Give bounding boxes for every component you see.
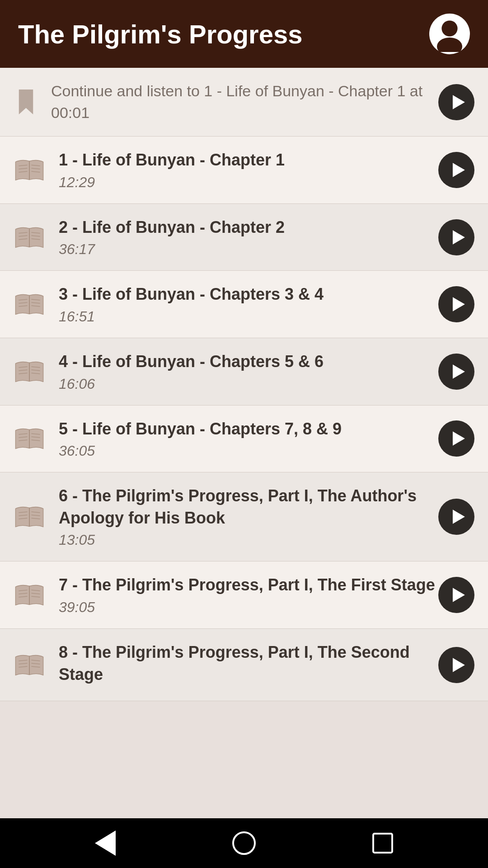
track-play-button[interactable] <box>438 286 474 322</box>
track-item: 4 - Life of Bunyan - Chapters 5 & 6 16:0… <box>0 338 488 406</box>
play-icon <box>449 586 466 604</box>
play-icon <box>449 161 466 179</box>
track-item: 2 - Life of Bunyan - Chapter 2 36:17 <box>0 204 488 271</box>
track-item: 3 - Life of Bunyan - Chapters 3 & 4 16:5… <box>0 271 488 338</box>
avatar-icon <box>432 16 468 52</box>
track-title: 7 - The Pilgrim's Progress, Part I, The … <box>59 574 438 596</box>
book-icon <box>14 503 45 530</box>
track-info: 4 - Life of Bunyan - Chapters 5 & 6 16:0… <box>59 351 438 392</box>
track-title: 5 - Life of Bunyan - Chapters 7, 8 & 9 <box>59 418 438 440</box>
track-duration: 16:51 <box>59 308 438 325</box>
track-info: 3 - Life of Bunyan - Chapters 3 & 4 16:5… <box>59 283 438 325</box>
track-title: 8 - The Pilgrim's Progress, Part I, The … <box>59 642 438 685</box>
track-duration: 16:06 <box>59 376 438 392</box>
nav-home-button[interactable] <box>228 827 260 859</box>
continue-play-button[interactable] <box>438 84 474 120</box>
book-icon <box>14 156 45 184</box>
track-title: 6 - The Pilgrim's Progress, Part I, The … <box>59 485 438 529</box>
track-play-button[interactable] <box>438 354 474 390</box>
track-play-button[interactable] <box>438 152 474 188</box>
book-icon <box>14 425 45 452</box>
track-info: 1 - Life of Bunyan - Chapter 1 12:29 <box>59 149 438 191</box>
recents-icon <box>372 833 393 854</box>
user-avatar[interactable] <box>429 14 470 54</box>
svg-marker-10 <box>452 163 465 177</box>
play-icon <box>449 363 466 380</box>
track-title: 2 - Life of Bunyan - Chapter 2 <box>59 217 438 239</box>
bottom-navigation <box>0 818 488 868</box>
svg-marker-58 <box>452 588 465 602</box>
track-item: 6 - The Pilgrim's Progress, Part I, The … <box>0 472 488 561</box>
continue-bar[interactable]: Continue and listen to 1 - Life of Bunya… <box>0 68 488 137</box>
book-icon <box>14 581 45 609</box>
svg-marker-26 <box>452 297 465 311</box>
svg-marker-34 <box>452 364 465 379</box>
home-icon <box>232 831 256 855</box>
track-play-button[interactable] <box>438 647 474 683</box>
play-icon <box>449 296 466 313</box>
continue-text: Continue and listen to 1 - Life of Bunya… <box>51 80 438 123</box>
app-title: The Pilgrim's Progress <box>18 19 302 49</box>
track-play-button[interactable] <box>438 499 474 535</box>
track-duration: 13:05 <box>59 532 438 548</box>
back-icon <box>95 830 116 856</box>
track-duration: 36:05 <box>59 443 438 459</box>
book-icon <box>14 291 45 318</box>
svg-marker-42 <box>452 432 465 446</box>
svg-marker-66 <box>452 658 465 672</box>
book-icon <box>14 224 45 251</box>
play-icon <box>449 94 466 111</box>
play-icon <box>449 229 466 246</box>
nav-recents-button[interactable] <box>367 827 399 859</box>
track-title: 3 - Life of Bunyan - Chapters 3 & 4 <box>59 283 438 306</box>
track-info: 8 - The Pilgrim's Progress, Part I, The … <box>59 642 438 688</box>
svg-marker-2 <box>452 95 465 109</box>
track-duration: 36:17 <box>59 241 438 258</box>
track-info: 7 - The Pilgrim's Progress, Part I, The … <box>59 574 438 616</box>
track-item: 1 - Life of Bunyan - Chapter 1 12:29 <box>0 137 488 204</box>
track-item: 7 - The Pilgrim's Progress, Part I, The … <box>0 561 488 629</box>
track-info: 6 - The Pilgrim's Progress, Part I, The … <box>59 485 438 548</box>
track-play-button[interactable] <box>438 420 474 457</box>
book-icon <box>14 651 45 679</box>
svg-marker-50 <box>452 509 465 524</box>
svg-marker-18 <box>452 230 465 245</box>
track-info: 2 - Life of Bunyan - Chapter 2 36:17 <box>59 217 438 258</box>
play-icon <box>449 656 466 674</box>
track-title: 1 - Life of Bunyan - Chapter 1 <box>59 149 438 171</box>
track-play-button[interactable] <box>438 577 474 613</box>
track-duration: 12:29 <box>59 174 438 191</box>
play-icon <box>449 430 466 447</box>
track-duration: 39:05 <box>59 599 438 616</box>
play-icon <box>449 508 466 525</box>
book-icon <box>14 358 45 385</box>
nav-back-button[interactable] <box>89 827 121 859</box>
track-item: 8 - The Pilgrim's Progress, Part I, The … <box>0 629 488 701</box>
track-title: 4 - Life of Bunyan - Chapters 5 & 6 <box>59 351 438 373</box>
bookmark-icon <box>14 90 38 114</box>
svg-point-1 <box>437 38 462 52</box>
svg-point-0 <box>441 20 457 36</box>
app-header: The Pilgrim's Progress <box>0 0 488 68</box>
track-play-button[interactable] <box>438 219 474 255</box>
track-item: 5 - Life of Bunyan - Chapters 7, 8 & 9 3… <box>0 406 488 473</box>
track-info: 5 - Life of Bunyan - Chapters 7, 8 & 9 3… <box>59 418 438 460</box>
track-list: 1 - Life of Bunyan - Chapter 1 12:29 <box>0 137 488 818</box>
